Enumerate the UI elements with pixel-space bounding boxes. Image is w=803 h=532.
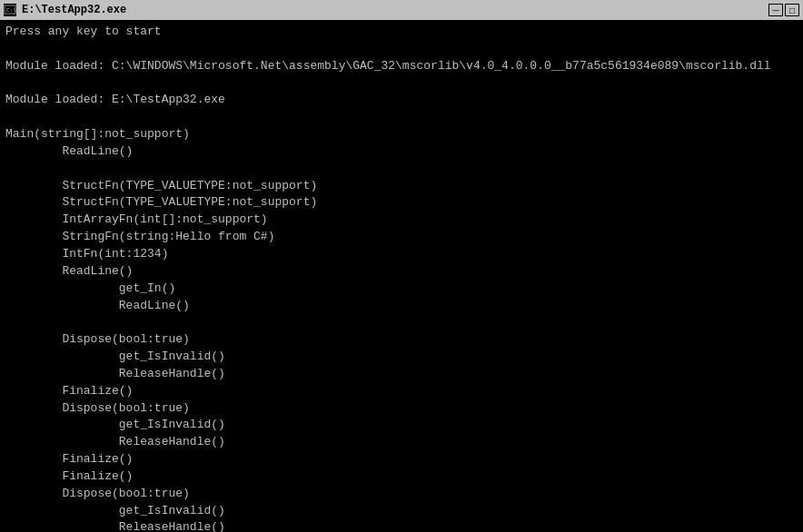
console-line: get_In() bbox=[5, 281, 798, 298]
console-line: get_IsInvalid() bbox=[5, 349, 798, 366]
console-line: ReleaseHandle() bbox=[5, 434, 798, 451]
maximize-button[interactable]: □ bbox=[785, 4, 799, 16]
window-controls: ─ □ bbox=[768, 4, 799, 16]
console-line: ReadLine() bbox=[5, 298, 798, 315]
console-line: Dispose(bool:true) bbox=[5, 486, 798, 503]
console-line: ReadLine() bbox=[5, 143, 798, 161]
console-line: ReleaseHandle() bbox=[5, 519, 798, 532]
svg-text:C:\: C:\ bbox=[6, 7, 16, 14]
console-line: Press any key to start bbox=[5, 24, 798, 41]
console-line: Module loaded: E:\TestApp32.exe bbox=[5, 92, 798, 109]
console-line bbox=[5, 161, 798, 178]
console-line: StructFn(TYPE_VALUETYPE:not_support) bbox=[5, 194, 798, 212]
console-line: get_IsInvalid() bbox=[5, 417, 798, 434]
console-line bbox=[5, 41, 798, 58]
console-output: Press any key to start Module loaded: C:… bbox=[0, 20, 803, 532]
console-line: Main(string[]:not_support) bbox=[5, 126, 798, 143]
console-line: ReleaseHandle() bbox=[5, 366, 798, 383]
console-line: Finalize() bbox=[5, 468, 798, 486]
console-line: ReadLine() bbox=[5, 263, 798, 281]
console-line bbox=[5, 75, 798, 93]
console-line: get_IsInvalid() bbox=[5, 503, 798, 520]
window-title: E:\TestApp32.exe bbox=[22, 4, 126, 16]
title-bar: C:\ E:\TestApp32.exe ─ □ bbox=[0, 0, 803, 20]
console-line: StructFn(TYPE_VALUETYPE:not_support) bbox=[5, 178, 798, 195]
console-line: IntFn(int:1234) bbox=[5, 246, 798, 263]
console-line: Finalize() bbox=[5, 383, 798, 400]
minimize-button[interactable]: ─ bbox=[768, 4, 783, 16]
console-line: Dispose(bool:true) bbox=[5, 400, 798, 418]
console-line: IntArrayFn(int[]:not_support) bbox=[5, 212, 798, 229]
app-icon: C:\ bbox=[4, 4, 16, 16]
console-line: Dispose(bool:true) bbox=[5, 331, 798, 349]
console-line bbox=[5, 314, 798, 331]
console-line: Module loaded: C:\WINDOWS\Microsoft.Net\… bbox=[5, 58, 798, 75]
console-line: Finalize() bbox=[5, 451, 798, 468]
console-line bbox=[5, 109, 798, 126]
console-line: StringFn(string:Hello from C#) bbox=[5, 229, 798, 246]
